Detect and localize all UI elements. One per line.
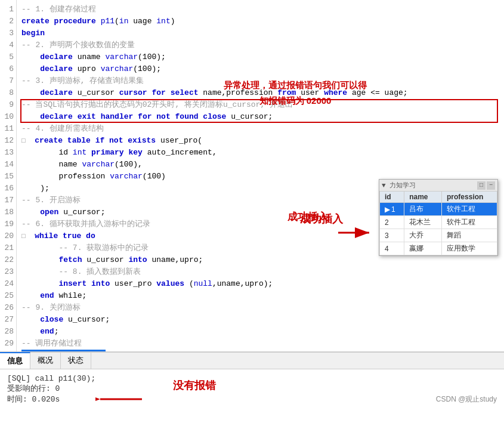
- code-line-28: end;: [21, 326, 499, 338]
- code-line-24: insert into user_pro values (null,uname,…: [21, 278, 499, 290]
- cell-profession-3: 舞蹈: [442, 229, 497, 242]
- cell-profession-1: 软件工程: [442, 203, 497, 216]
- col-name: name: [404, 192, 442, 203]
- code-editor[interactable]: -- 1. 创建存储过程 create procedure p11(in uag…: [17, 0, 504, 351]
- no-error-arrow: [95, 390, 143, 411]
- main-container: 12345 678910 1112131415 1617181920 21222…: [0, 0, 504, 429]
- bottom-tabs: 信息 概况 状态: [0, 353, 504, 369]
- popup-header: ▼ 力知学习 □ −: [379, 180, 497, 191]
- popup-header-left: ▼ 力知学习: [382, 181, 416, 190]
- code-line-22: fetch u_cursor into uname,upro;: [21, 254, 499, 266]
- code-line-4: -- 2. 声明两个接收数值的变量: [21, 39, 499, 51]
- cell-id-2: 2: [380, 216, 404, 229]
- cell-name-3: 大乔: [404, 229, 442, 242]
- code-line-27: close u_cursor;: [21, 314, 499, 326]
- csdn-watermark: CSDN @观止study: [436, 394, 497, 405]
- code-line-10: declare exit handler for not found close…: [21, 111, 499, 123]
- execution-time: 时间: 0.020s: [7, 394, 497, 405]
- col-id: id: [380, 192, 404, 203]
- code-area: 12345 678910 1112131415 1617181920 21222…: [0, 0, 504, 351]
- popup-header-icons: □ −: [477, 181, 495, 190]
- table-row-3[interactable]: 3 大乔 舞蹈: [380, 229, 497, 242]
- line-numbers: 12345 678910 1112131415 1617181920 21222…: [0, 0, 17, 351]
- code-line-1: -- 1. 创建存储过程: [21, 4, 499, 16]
- bottom-panel: 信息 概况 状态 [SQL] call p11(30); 受影响的行: 0 时间…: [0, 351, 504, 429]
- popup-icon-1[interactable]: □: [477, 181, 486, 190]
- cell-id-4: 4: [380, 242, 404, 255]
- code-line-6: declare upro varchar(100);: [21, 63, 499, 75]
- table-row-1[interactable]: 1 吕布 软件工程: [380, 203, 497, 216]
- result-table: id name profession 1 吕布 软件工程 2 花木兰 软件工程: [379, 191, 497, 255]
- code-line-25: end while;: [21, 290, 499, 302]
- cell-name-2: 花木兰: [404, 216, 442, 229]
- code-line-3: begin: [21, 27, 499, 39]
- annotation-text: 异常处理，通过报错语句我们可以得知报错码为 02000: [224, 78, 367, 109]
- cell-profession-2: 软件工程: [442, 216, 497, 229]
- success-arrow: [338, 224, 374, 244]
- code-line-11: -- 4. 创建所需表结构: [21, 123, 499, 135]
- table-header-row: id name profession: [380, 192, 497, 203]
- code-line-26: -- 9. 关闭游标: [21, 302, 499, 314]
- tab-info[interactable]: 信息: [0, 352, 30, 369]
- cell-id-3: 3: [380, 229, 404, 242]
- code-line-2: create procedure p11(in uage int): [21, 16, 499, 27]
- code-line-30: call p11(30);: [21, 350, 106, 351]
- cell-profession-4: 应用数学: [442, 242, 497, 255]
- success-text: 成功插入: [287, 210, 328, 224]
- code-line-23: -- 8. 插入数据到新表: [21, 266, 499, 278]
- tab-overview[interactable]: 概况: [30, 353, 61, 369]
- code-line-12: □ create table if not exists user_pro(: [21, 135, 499, 147]
- popup-icon-2[interactable]: −: [487, 181, 495, 190]
- col-profession: profession: [442, 192, 497, 203]
- sql-statement: [SQL] call p11(30);: [7, 374, 497, 383]
- cell-name-4: 嬴娜: [404, 242, 442, 255]
- affected-rows: 受影响的行: 0: [7, 383, 497, 394]
- cell-id-1: 1: [380, 203, 404, 216]
- table-row-4[interactable]: 4 嬴娜 应用数学: [380, 242, 497, 255]
- code-line-5: declare uname varchar(100);: [21, 51, 499, 63]
- code-line-29: -- 调用存储过程: [21, 338, 499, 350]
- result-table-popup: ▼ 力知学习 □ − id name profession 1: [379, 179, 498, 256]
- bottom-content: [SQL] call p11(30); 受影响的行: 0 时间: 0.020s …: [0, 369, 504, 409]
- cell-name-1: 吕布: [404, 203, 442, 216]
- code-line-13: id int primary key auto_increment,: [21, 147, 499, 159]
- table-row-2[interactable]: 2 花木兰 软件工程: [380, 216, 497, 229]
- no-error-label: 没有报错: [173, 378, 216, 393]
- popup-icon-bar: ▼ 力知学习: [382, 181, 416, 190]
- code-line-14: name varchar(100),: [21, 159, 499, 171]
- tab-status[interactable]: 状态: [61, 353, 91, 369]
